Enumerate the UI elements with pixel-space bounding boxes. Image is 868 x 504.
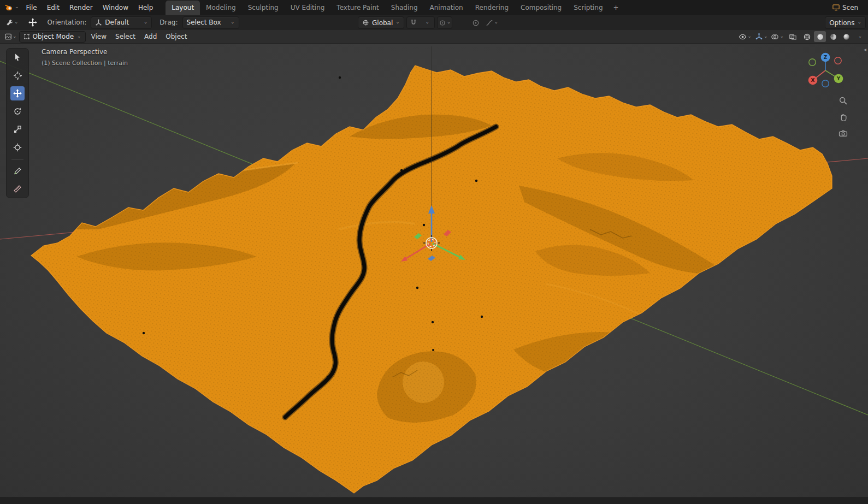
tool-tweak-select[interactable] xyxy=(10,50,25,64)
chevron-down-icon: ⌄ xyxy=(447,20,451,25)
tab-uv-editing[interactable]: UV Editing xyxy=(285,1,331,15)
toolbar xyxy=(6,48,29,198)
shading-solid-button[interactable] xyxy=(814,31,826,42)
active-tool-move-icon xyxy=(26,17,40,28)
pan-button[interactable] xyxy=(837,111,849,123)
transform-orientation-value: Global xyxy=(372,19,393,27)
axis-label-z: Z xyxy=(824,55,828,60)
toggle-xray-button[interactable] xyxy=(786,31,800,43)
tab-compositing[interactable]: Compositing xyxy=(515,1,568,15)
tool-scale[interactable] xyxy=(10,122,25,137)
tab-layout[interactable]: Layout xyxy=(166,1,200,15)
add-workspace-button[interactable]: + xyxy=(609,1,623,15)
shading-material-button[interactable] xyxy=(827,31,839,42)
tool-annotate[interactable] xyxy=(10,164,25,178)
menu-file[interactable]: File xyxy=(21,1,42,15)
workspace-tabs: Layout Modeling Sculpting UV Editing Tex… xyxy=(166,0,623,15)
scene-selector[interactable]: Scen xyxy=(830,3,868,11)
editor-type-button[interactable]: ⌄ xyxy=(4,17,20,28)
tool-cursor[interactable] xyxy=(10,68,25,82)
snap-target-icon xyxy=(439,19,446,27)
terrain-object[interactable] xyxy=(0,30,868,497)
chevron-down-icon: ⌄ xyxy=(77,34,81,39)
rotate-icon xyxy=(13,107,22,116)
chevron-down-icon: ⌄ xyxy=(144,20,148,25)
show-gizmo-dropdown[interactable]: ⌄ xyxy=(754,31,769,43)
object-mode-value: Object Mode xyxy=(33,33,74,40)
magnifier-icon xyxy=(839,96,848,105)
axis-ball-minus-x[interactable] xyxy=(835,57,841,64)
chevron-down-icon: ⌄ xyxy=(426,20,430,25)
tab-modeling[interactable]: Modeling xyxy=(200,1,242,15)
camera-icon xyxy=(839,129,848,138)
status-bar xyxy=(0,497,868,504)
chevron-down-icon: ⌄ xyxy=(494,20,498,25)
viewport-canvas[interactable] xyxy=(0,30,868,497)
tool-move[interactable] xyxy=(10,86,25,100)
drag-label: Drag: xyxy=(160,19,178,26)
hand-icon xyxy=(839,112,848,122)
chevron-down-icon: ⌄ xyxy=(395,20,400,25)
falloff-curve-icon xyxy=(486,19,493,27)
shading-settings-dropdown[interactable]: ⌄ xyxy=(853,31,867,43)
chevron-down-icon: ⌄ xyxy=(780,34,784,39)
transform-icon xyxy=(13,143,22,152)
sidebar-collapse-arrow[interactable]: ◂ xyxy=(864,46,866,52)
scene-icon xyxy=(832,3,840,11)
tab-rendering[interactable]: Rendering xyxy=(469,1,515,15)
magnet-icon xyxy=(410,19,417,27)
select-cursor-icon xyxy=(13,53,22,62)
menu-add[interactable]: Add xyxy=(140,31,161,43)
tab-texture-paint[interactable]: Texture Paint xyxy=(330,1,385,15)
chevron-down-icon: ⌄ xyxy=(858,34,863,39)
tab-shading[interactable]: Shading xyxy=(385,1,424,15)
tool-rotate[interactable] xyxy=(10,104,25,118)
chevron-down-icon: ⌄ xyxy=(231,20,235,25)
options-dropdown[interactable]: Options ⌄ xyxy=(825,16,866,29)
axis-ball-minus-z[interactable] xyxy=(822,80,829,87)
proportional-edit-icon xyxy=(472,19,480,27)
proportional-falloff-dropdown[interactable]: ⌄ xyxy=(485,17,499,28)
wireframe-sphere-icon xyxy=(803,33,811,41)
transform-orientation-select[interactable]: Global ⌄ xyxy=(358,16,404,29)
tab-scripting[interactable]: Scripting xyxy=(568,1,609,15)
axis-label-x: X xyxy=(811,78,815,83)
camera-view-button[interactable] xyxy=(837,127,849,139)
solid-sphere-icon xyxy=(816,33,824,41)
tool-transform[interactable] xyxy=(10,140,25,155)
options-label: Options xyxy=(829,19,854,27)
axis-ball-minus-y[interactable] xyxy=(809,59,816,66)
object-visibility-dropdown[interactable]: ⌄ xyxy=(737,31,753,43)
chevron-down-icon: ⌄ xyxy=(747,34,752,39)
blender-logo-menu[interactable]: ⌄ xyxy=(0,3,21,12)
menu-render[interactable]: Render xyxy=(64,1,98,15)
shading-wireframe-button[interactable] xyxy=(801,31,813,42)
chevron-down-icon: ⌄ xyxy=(14,20,19,25)
tab-sculpting[interactable]: Sculpting xyxy=(242,1,285,15)
tool-settings-bar: ⌄ Orientation: Default ⌄ Drag: Select Bo… xyxy=(0,15,868,31)
snap-settings-dropdown[interactable]: ⌄ xyxy=(421,17,434,28)
viewport-editor-type-button[interactable]: ⌄ xyxy=(3,31,18,43)
overlays-dropdown[interactable]: ⌄ xyxy=(770,31,785,43)
drag-select[interactable]: Select Box ⌄ xyxy=(182,16,239,29)
menu-edit[interactable]: Edit xyxy=(42,1,64,15)
menu-help[interactable]: Help xyxy=(133,1,158,15)
menu-window[interactable]: Window xyxy=(98,1,133,15)
snap-toggle-button[interactable] xyxy=(407,17,421,28)
menu-view[interactable]: View xyxy=(87,31,111,43)
menu-select[interactable]: Select xyxy=(111,31,140,43)
object-mode-select[interactable]: Object Mode ⌄ xyxy=(19,31,86,43)
navigation-axis-gizmo[interactable]: Z X Y xyxy=(804,46,849,92)
chevron-down-icon: ⌄ xyxy=(15,4,19,9)
zoom-button[interactable] xyxy=(837,94,849,106)
snap-target-dropdown[interactable]: ⌄ xyxy=(438,17,452,28)
gizmo-icon xyxy=(755,33,763,41)
blender-logo-icon xyxy=(4,3,14,12)
orientation-select[interactable]: Default ⌄ xyxy=(91,16,152,29)
menu-object[interactable]: Object xyxy=(161,31,191,43)
proportional-edit-toggle[interactable] xyxy=(469,17,482,28)
orientation-axes-icon xyxy=(95,19,102,26)
tab-animation[interactable]: Animation xyxy=(424,1,469,15)
tool-measure[interactable] xyxy=(10,182,25,196)
shading-rendered-button[interactable] xyxy=(840,31,852,42)
